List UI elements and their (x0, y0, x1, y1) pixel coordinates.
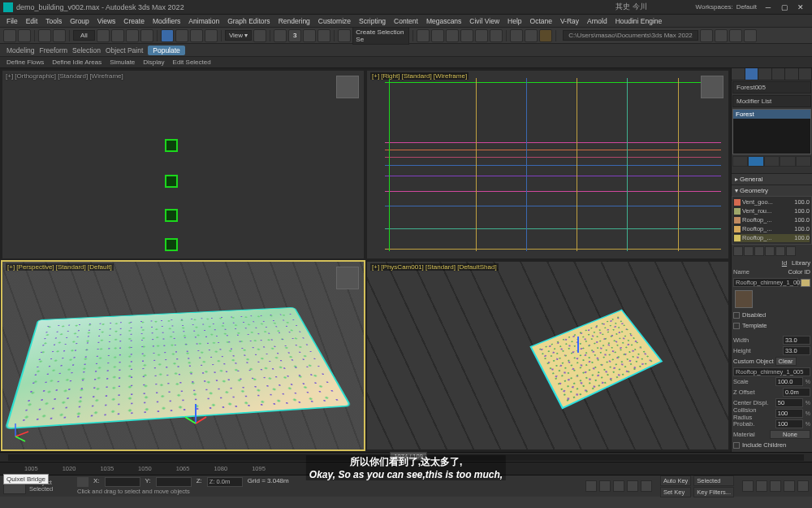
ribbon-tab-selection[interactable]: Selection (72, 46, 101, 54)
custom-object-field[interactable]: Rooftop_chimney_1_005 (733, 367, 810, 376)
render-setup-icon[interactable] (510, 29, 523, 42)
panel-define-flows[interactable]: Define Flows (6, 59, 44, 66)
motion-panel-icon[interactable] (772, 68, 786, 80)
mirror-icon[interactable] (417, 29, 430, 42)
viewport-tl-label[interactable]: [+] [Orthographic] [Standard] [Wireframe… (6, 72, 123, 80)
menu-modifiers[interactable]: Modifiers (149, 17, 184, 25)
time-slider[interactable]: 1074 / 109 (0, 452, 812, 462)
material-button[interactable]: None (770, 430, 810, 439)
align-icon[interactable] (431, 29, 444, 42)
viewport-bl-label[interactable]: [+] [Perspective] [Standard] [Default] (6, 263, 114, 271)
vray-tb4-icon[interactable] (744, 29, 757, 42)
user-label[interactable]: 其史 今川 (615, 2, 647, 12)
autokey-button[interactable]: Auto Key (660, 475, 691, 486)
play-icon[interactable] (613, 480, 624, 492)
link-button[interactable] (38, 29, 51, 42)
viewport-br-label[interactable]: [+] [PhysCam001] [Standard] [DefaultShad… (370, 263, 499, 271)
maximize-button[interactable]: ▢ (776, 2, 793, 13)
preview-thumbnail[interactable] (735, 290, 753, 308)
menu-rendering[interactable]: Rendering (275, 17, 313, 25)
geometry-list-item[interactable]: Vent_goo...100.0 (734, 198, 810, 206)
menu-graph-editors[interactable]: Graph Editors (224, 17, 273, 25)
ref-coord-icon[interactable] (253, 29, 266, 42)
menu-octane[interactable]: Octane (527, 17, 555, 25)
setkey-button[interactable]: Set Key (660, 487, 691, 497)
menu-civil-view[interactable]: Civil View (466, 17, 503, 25)
geometry-list-item[interactable]: Rooftop_...100.0 (734, 234, 810, 242)
named-selection-dropdown[interactable]: Create Selection Se (352, 27, 409, 45)
modifier-item[interactable]: Forest (733, 110, 810, 119)
menu-scripting[interactable]: Scripting (356, 17, 389, 25)
rotate-tool-icon[interactable] (175, 29, 188, 42)
viewcube-icon[interactable] (336, 76, 359, 98)
pin-stack-icon[interactable] (732, 156, 748, 167)
select-name-icon[interactable] (111, 29, 124, 42)
scene-object[interactable] (165, 139, 178, 152)
named-sets-icon[interactable] (338, 29, 351, 42)
display-panel-icon[interactable] (785, 68, 799, 80)
layers-icon[interactable] (446, 29, 459, 42)
geo-add-icon[interactable] (733, 246, 743, 256)
panel-simulate[interactable]: Simulate (110, 59, 135, 66)
curve-editor-icon[interactable] (460, 29, 473, 42)
goto-start-icon[interactable] (585, 480, 597, 492)
nav-zoomall-icon[interactable] (756, 480, 767, 492)
menu-create[interactable]: Create (120, 17, 148, 25)
name-field[interactable]: Rooftop_chimney_1_005 (733, 278, 798, 287)
placement-tool-icon[interactable] (205, 29, 218, 42)
close-button[interactable]: ✕ (793, 2, 809, 13)
next-frame-icon[interactable] (627, 480, 638, 492)
scene-object[interactable] (165, 238, 178, 251)
viewcube-icon[interactable] (336, 267, 359, 289)
centerdispl-spinner[interactable]: 50 (775, 398, 803, 407)
menu-arnold[interactable]: Arnold (584, 17, 611, 25)
project-path[interactable]: C:\Users\masao\Documents\3ds Max 2022 (563, 30, 698, 41)
panel-edit-selected[interactable]: Edit Selected (173, 59, 211, 66)
create-panel-icon[interactable] (732, 68, 745, 80)
vray-vfb-icon[interactable] (700, 29, 713, 42)
color-swatch[interactable] (801, 279, 810, 287)
viewport-tr-label[interactable]: [+] [Right] [Standard] [Wireframe] (370, 72, 469, 80)
coord-x-field[interactable] (105, 477, 140, 487)
nav-pan-icon[interactable] (770, 480, 781, 492)
geometry-list-item[interactable]: Vent_rou...100.0 (734, 207, 810, 215)
menu-megascans[interactable]: Megascans (423, 17, 464, 25)
goto-end-icon[interactable] (641, 480, 652, 492)
lock-selection-icon[interactable] (77, 477, 89, 487)
make-unique-icon[interactable] (764, 156, 780, 167)
ribbon-tab-populate[interactable]: Populate (148, 46, 185, 55)
quixel-bridge-popup[interactable]: Quixel Bridge (3, 474, 49, 484)
scene-object[interactable] (165, 209, 178, 222)
panel-define-idle[interactable]: Define Idle Areas (52, 59, 102, 66)
spinner-snap-icon[interactable] (317, 29, 330, 42)
render-production-icon[interactable] (539, 29, 552, 42)
menu-content[interactable]: Content (391, 17, 421, 25)
coord-y-field[interactable] (156, 477, 192, 487)
height-spinner[interactable]: 33.0 (783, 346, 810, 355)
geo-select-icon[interactable] (775, 246, 785, 256)
menu-houdini[interactable]: Houdini Engine (612, 17, 666, 25)
percent-snap-icon[interactable] (303, 29, 316, 42)
key-mode-dropdown[interactable]: Selected (693, 475, 734, 486)
menu-edit[interactable]: Edit (23, 17, 41, 25)
select-rect-icon[interactable] (126, 29, 139, 42)
nav-zoom-icon[interactable] (742, 480, 754, 492)
template-checkbox[interactable] (733, 323, 740, 329)
menu-help[interactable]: Help (504, 17, 525, 25)
transform-gizmo[interactable] (184, 401, 208, 425)
tab-library[interactable]: Library (792, 259, 810, 267)
move-tool-icon[interactable] (161, 29, 174, 42)
geometry-list-item[interactable]: Rooftop_...100.0 (734, 216, 810, 224)
undo-button[interactable] (3, 29, 16, 42)
collision-spinner[interactable]: 100 (775, 409, 803, 418)
menu-file[interactable]: File (3, 17, 21, 25)
nav-orbit-icon[interactable] (784, 480, 795, 492)
menu-group[interactable]: Group (67, 17, 93, 25)
geo-remove-icon[interactable] (744, 246, 754, 256)
ribbon-tab-freeform[interactable]: Freeform (40, 46, 67, 54)
menu-animation[interactable]: Animation (185, 17, 222, 25)
vray-tb2-icon[interactable] (715, 29, 728, 42)
tab-properties[interactable]: Id (782, 259, 787, 267)
geometry-list-item[interactable]: Rooftop_...100.0 (734, 225, 810, 233)
viewport-top-right[interactable]: [+] [Right] [Standard] [Wireframe] (366, 70, 729, 259)
